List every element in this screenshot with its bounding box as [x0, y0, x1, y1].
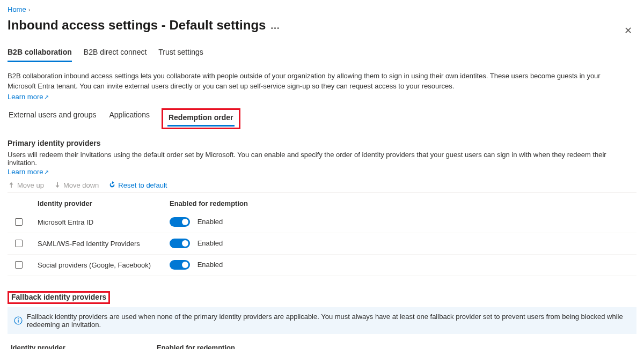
external-link-icon: ↗ — [44, 94, 49, 100]
svg-rect-2 — [18, 320, 18, 322]
tab-trust-settings[interactable]: Trust settings — [158, 46, 203, 62]
info-icon — [14, 316, 23, 325]
table-row: SAML/WS-Fed Identity Providers Enabled — [8, 233, 636, 255]
learn-more-link[interactable]: Learn more↗ — [8, 93, 49, 101]
page-title: Inbound access settings - Default settin… — [8, 18, 281, 33]
more-icon[interactable]: … — [270, 20, 281, 31]
fallback-heading: Fallback identity providers — [11, 293, 106, 301]
row-checkbox[interactable] — [15, 218, 23, 226]
chevron-right-icon: › — [28, 6, 31, 13]
row-checkbox[interactable] — [15, 240, 23, 247]
enabled-toggle[interactable] — [170, 217, 190, 227]
provider-name: Social providers (Google, Facebook) — [38, 261, 170, 269]
reset-button[interactable]: Reset to default — [108, 181, 167, 189]
table-row: Microsoft Entra ID Enabled — [8, 212, 636, 233]
provider-name: SAML/WS-Fed Identity Providers — [38, 240, 170, 248]
fallback-table-header: Identity provider Enabled for redemption — [8, 344, 636, 349]
enabled-toggle[interactable] — [170, 239, 190, 248]
row-checkbox[interactable] — [15, 261, 23, 269]
tab-applications[interactable]: Applications — [108, 108, 151, 122]
top-tabs: B2B collaboration B2B direct connect Tru… — [8, 46, 636, 63]
external-link-icon: ↗ — [44, 169, 49, 175]
tab-redemption-order[interactable]: Redemption order — [167, 111, 235, 127]
info-banner: Fallback identity providers are used whe… — [8, 307, 636, 334]
tab-b2b-direct-connect[interactable]: B2B direct connect — [84, 46, 147, 62]
page-description: B2B collaboration inbound access setting… — [8, 71, 627, 92]
primary-learn-more-link[interactable]: Learn more↗ — [8, 168, 49, 176]
toggle-label: Enabled — [197, 218, 223, 226]
primary-heading: Primary identity providers — [8, 139, 636, 147]
move-down-button[interactable]: Move down — [54, 181, 99, 189]
primary-table-header: Identity provider Enabled for redemption — [8, 193, 636, 212]
refresh-icon — [108, 181, 116, 189]
table-row: Social providers (Google, Facebook) Enab… — [8, 255, 636, 276]
primary-description: Users will redeem their invitations usin… — [8, 151, 636, 167]
tab-b2b-collaboration[interactable]: B2B collaboration — [8, 46, 72, 62]
toggle-label: Enabled — [197, 261, 223, 269]
svg-point-1 — [18, 318, 19, 319]
move-up-button[interactable]: Move up — [8, 181, 44, 189]
close-icon[interactable]: ✕ — [620, 23, 636, 39]
tab-external-users[interactable]: External users and groups — [8, 108, 97, 122]
arrow-down-icon — [54, 181, 61, 189]
provider-name: Microsoft Entra ID — [38, 218, 170, 226]
enabled-toggle[interactable] — [170, 260, 190, 270]
arrow-up-icon — [8, 181, 15, 189]
toggle-label: Enabled — [197, 239, 223, 247]
sub-tabs: External users and groups Applications R… — [8, 108, 636, 129]
breadcrumb-home[interactable]: Home — [8, 5, 26, 13]
